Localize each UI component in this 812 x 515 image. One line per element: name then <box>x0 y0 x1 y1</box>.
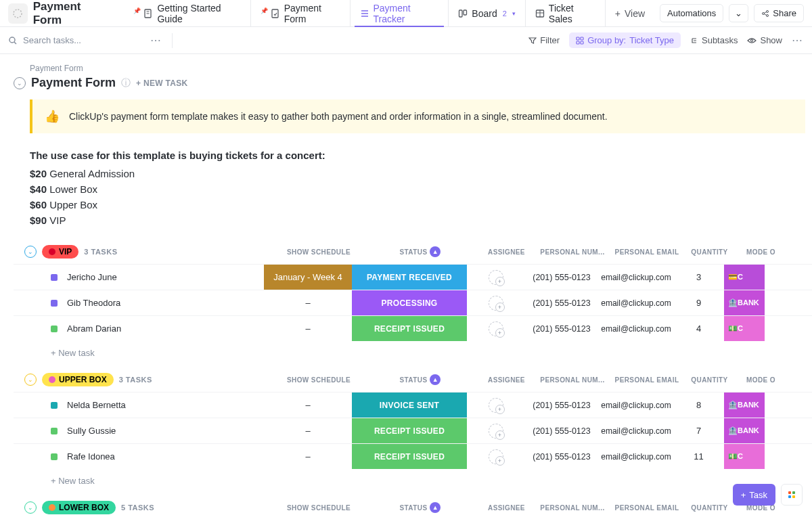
cell-personal-num[interactable]: (201) 555-0123 <box>524 265 599 290</box>
cell-personal-email[interactable]: email@clickup.com <box>599 290 673 315</box>
share-button[interactable]: Share <box>754 4 804 22</box>
col-header-status[interactable]: STATUS▲ <box>363 246 478 257</box>
col-header-quantity[interactable]: QUANTITY <box>684 248 735 256</box>
cell-mode[interactable]: 💵C <box>724 444 765 469</box>
group-chip[interactable]: UPPER BOX <box>42 373 114 386</box>
table-row[interactable]: Abram Darian – RECEIPT ISSUED (201) 555-… <box>14 315 812 341</box>
cell-task-name[interactable]: Nelda Bernetta <box>14 393 264 418</box>
col-header-personal-email[interactable]: PERSONAL EMAIL <box>610 248 684 256</box>
new-task-button[interactable]: + NEW TASK <box>136 79 187 88</box>
cell-assignee[interactable] <box>467 290 524 315</box>
info-icon[interactable]: ⓘ <box>121 77 131 89</box>
col-header-mode[interactable]: MODE O <box>735 248 775 256</box>
cell-assignee[interactable] <box>467 418 524 443</box>
cell-assignee[interactable] <box>467 265 524 290</box>
cell-task-name[interactable]: Gib Theodora <box>14 290 264 315</box>
cell-personal-num[interactable]: (201) 555-0123 <box>524 444 599 469</box>
col-header-personal-email[interactable]: PERSONAL EMAIL <box>610 376 684 384</box>
breadcrumb[interactable]: Payment Form <box>30 64 812 73</box>
cell-quantity[interactable]: 9 <box>673 290 724 315</box>
col-header-assignee[interactable]: ASSIGNEE <box>478 248 535 256</box>
cell-mode[interactable]: 💳C <box>724 265 765 290</box>
cell-mode[interactable]: 💵C <box>724 316 765 341</box>
collapse-list-button[interactable]: ⌄ <box>14 77 26 89</box>
cell-task-name[interactable]: Jericho June <box>14 265 264 290</box>
group-chip[interactable]: VIP <box>42 245 78 259</box>
cell-quantity[interactable]: 8 <box>673 393 724 418</box>
cell-personal-email[interactable]: email@clickup.com <box>599 444 673 469</box>
new-task-row[interactable]: + New task <box>14 341 812 358</box>
cell-quantity[interactable]: 7 <box>673 418 724 443</box>
automations-button[interactable]: Automations <box>660 4 723 22</box>
col-header-quantity[interactable]: QUANTITY <box>684 504 735 512</box>
cell-personal-email[interactable]: email@clickup.com <box>599 393 673 418</box>
cell-personal-email[interactable]: email@clickup.com <box>599 316 673 341</box>
subtasks-button[interactable]: Subtasks <box>690 35 738 45</box>
table-row[interactable]: Rafe Idonea – RECEIPT ISSUED (201) 555-0… <box>14 443 812 469</box>
cell-quantity[interactable]: 3 <box>673 265 724 290</box>
automations-dropdown[interactable]: ⌄ <box>729 4 748 22</box>
cell-task-name[interactable]: Rafe Idonea <box>14 444 264 469</box>
cell-quantity[interactable]: 4 <box>673 316 724 341</box>
cell-personal-num[interactable]: (201) 555-0123 <box>524 290 599 315</box>
col-header-assignee[interactable]: ASSIGNEE <box>478 504 535 512</box>
cell-personal-num[interactable]: (201) 555-0123 <box>524 316 599 341</box>
tab-ticket-sales[interactable]: Ticket Sales <box>525 0 605 26</box>
more-icon[interactable]: ⋯ <box>150 34 162 47</box>
groupby-chip[interactable]: Group by: Ticket Type <box>569 32 681 48</box>
table-row[interactable]: Jericho June January - Week 4 PAYMENT RE… <box>14 264 812 290</box>
more-icon[interactable]: ⋯ <box>792 34 804 47</box>
col-header-status[interactable]: STATUS▲ <box>363 502 478 513</box>
col-header-personal-num[interactable]: PERSONAL NUM... <box>535 248 610 256</box>
col-header-mode[interactable]: MODE O <box>735 376 775 384</box>
cell-personal-email[interactable]: email@clickup.com <box>599 418 673 443</box>
cell-status[interactable]: PROCESSING <box>352 290 467 315</box>
cell-status[interactable]: RECEIPT ISSUED <box>352 316 467 341</box>
cell-quantity[interactable]: 11 <box>673 444 724 469</box>
col-header-personal-num[interactable]: PERSONAL NUM... <box>535 504 610 512</box>
table-row[interactable]: Gib Theodora – PROCESSING (201) 555-0123… <box>14 290 812 315</box>
show-button[interactable]: Show <box>747 35 782 45</box>
tab-payment-form[interactable]: 📌 Payment Form <box>250 0 350 26</box>
cell-status[interactable]: INVOICE SENT <box>352 393 467 418</box>
apps-fab[interactable] <box>781 484 803 506</box>
cell-show-schedule[interactable]: January - Week 4 <box>264 265 352 290</box>
tab-payment-tracker[interactable]: Payment Tracker <box>350 0 449 26</box>
cell-status[interactable]: RECEIPT ISSUED <box>352 418 467 443</box>
collapse-group-button[interactable]: ⌄ <box>24 501 37 514</box>
group-chip[interactable]: LOWER BOX <box>42 501 116 514</box>
col-header-status[interactable]: STATUS▲ <box>363 374 478 385</box>
cell-mode[interactable]: 🏦BANK <box>724 418 765 443</box>
cell-show-schedule[interactable]: – <box>264 444 352 469</box>
cell-personal-num[interactable]: (201) 555-0123 <box>524 393 599 418</box>
cell-task-name[interactable]: Sully Gussie <box>14 418 264 443</box>
table-row[interactable]: Nelda Bernetta – INVOICE SENT (201) 555-… <box>14 392 812 418</box>
add-view-button[interactable]: + View <box>605 0 654 26</box>
cell-assignee[interactable] <box>467 393 524 418</box>
search-input[interactable] <box>23 35 118 45</box>
col-header-show[interactable]: SHOW SCHEDULE <box>275 248 363 256</box>
tab-board[interactable]: Board 2 ▾ <box>448 0 524 26</box>
new-task-fab[interactable]: + Task <box>733 484 775 506</box>
cell-show-schedule[interactable]: – <box>264 418 352 443</box>
cell-status[interactable]: RECEIPT ISSUED <box>352 444 467 469</box>
col-header-show[interactable]: SHOW SCHEDULE <box>275 376 363 384</box>
col-header-quantity[interactable]: QUANTITY <box>684 376 735 384</box>
cell-task-name[interactable]: Abram Darian <box>14 316 264 341</box>
cell-personal-num[interactable]: (201) 555-0123 <box>524 418 599 443</box>
cell-show-schedule[interactable]: – <box>264 316 352 341</box>
cell-personal-email[interactable]: email@clickup.com <box>599 265 673 290</box>
new-task-row[interactable]: + New task <box>14 469 812 486</box>
col-header-personal-num[interactable]: PERSONAL NUM... <box>535 376 610 384</box>
table-row[interactable]: Sully Gussie – RECEIPT ISSUED (201) 555-… <box>14 418 812 443</box>
cell-assignee[interactable] <box>467 316 524 341</box>
cell-show-schedule[interactable]: – <box>264 393 352 418</box>
cell-assignee[interactable] <box>467 444 524 469</box>
filter-button[interactable]: Filter <box>528 35 560 45</box>
col-header-personal-email[interactable]: PERSONAL EMAIL <box>610 504 684 512</box>
cell-status[interactable]: PAYMENT RECEIVED <box>352 265 467 290</box>
tab-getting-started[interactable]: 📌 Getting Started Guide <box>124 0 250 26</box>
col-header-show[interactable]: SHOW SCHEDULE <box>275 504 363 512</box>
collapse-group-button[interactable]: ⌄ <box>24 374 37 386</box>
cell-show-schedule[interactable]: – <box>264 290 352 315</box>
